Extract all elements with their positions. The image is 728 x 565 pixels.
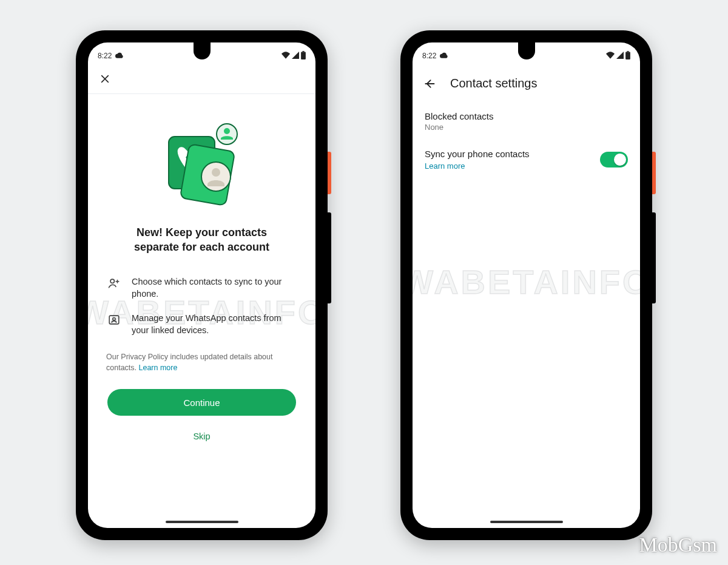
policy-learn-more-link[interactable]: Learn more bbox=[139, 364, 178, 372]
wifi-icon bbox=[281, 52, 290, 61]
status-time: 8:22 bbox=[98, 52, 112, 60]
svg-point-8 bbox=[110, 279, 114, 283]
appbar: Contact settings bbox=[413, 66, 640, 99]
toggle-knob bbox=[614, 154, 626, 166]
setting-value: None bbox=[425, 123, 628, 132]
learn-more-link[interactable]: Learn more bbox=[425, 161, 530, 171]
bullet-sync: Choose which contacts to sync to your ph… bbox=[104, 269, 300, 306]
battery-icon bbox=[301, 51, 306, 61]
wifi-icon bbox=[606, 52, 615, 61]
setting-label: Sync your phone contacts bbox=[425, 149, 530, 159]
power-button bbox=[652, 152, 656, 194]
phone-mockup-right: 8:22 bbox=[400, 30, 652, 540]
policy-text: Our Privacy Policy includes updated deta… bbox=[106, 353, 272, 372]
sync-toggle[interactable] bbox=[600, 152, 628, 167]
continue-button[interactable]: Continue bbox=[107, 389, 296, 416]
android-navbar bbox=[413, 513, 640, 528]
person-add-icon bbox=[107, 276, 121, 293]
svg-rect-12 bbox=[627, 51, 629, 52]
cloud-icon bbox=[115, 52, 124, 60]
svg-rect-0 bbox=[301, 52, 306, 59]
android-navbar bbox=[88, 513, 315, 528]
modal-topbar bbox=[88, 66, 315, 94]
signal-icon bbox=[292, 52, 299, 61]
phone-mockup-left: 8:22 bbox=[76, 30, 328, 540]
svg-point-10 bbox=[113, 318, 115, 320]
hero-illustration bbox=[104, 106, 300, 225]
cloud-icon bbox=[440, 52, 448, 60]
skip-button[interactable]: Skip bbox=[107, 423, 296, 450]
onboarding-title: New! Keep your contacts separate for eac… bbox=[104, 225, 300, 255]
onboarding-content: WABETAINFO bbox=[88, 94, 315, 513]
bullet-devices: Manage your WhatsApp contacts from your … bbox=[104, 306, 300, 343]
settings-list: Blocked contacts None Sync your phone co… bbox=[413, 99, 640, 183]
svg-rect-1 bbox=[302, 51, 304, 52]
volume-button bbox=[328, 212, 331, 303]
back-icon[interactable] bbox=[423, 78, 437, 90]
contact-card-icon bbox=[107, 312, 121, 329]
svg-point-7 bbox=[212, 168, 220, 177]
nav-handle[interactable] bbox=[166, 521, 238, 523]
status-time: 8:22 bbox=[422, 52, 436, 60]
close-icon[interactable] bbox=[98, 72, 112, 86]
setting-sync-contacts: Sync your phone contacts Learn more bbox=[425, 140, 628, 179]
signal-icon bbox=[616, 52, 624, 61]
nav-handle[interactable] bbox=[490, 521, 563, 523]
battery-icon bbox=[625, 51, 630, 61]
setting-label: Blocked contacts bbox=[425, 111, 628, 121]
bullet-text: Choose which contacts to sync to your ph… bbox=[132, 276, 296, 300]
privacy-policy-note: Our Privacy Policy includes updated deta… bbox=[104, 343, 300, 373]
volume-button bbox=[652, 212, 656, 303]
power-button bbox=[328, 152, 331, 194]
bullet-text: Manage your WhatsApp contacts from your … bbox=[132, 312, 296, 337]
svg-point-5 bbox=[224, 128, 230, 134]
watermark-center: WABETAINFO bbox=[413, 262, 640, 301]
svg-rect-11 bbox=[625, 52, 630, 59]
phone-notch bbox=[194, 42, 211, 59]
page-title: Contact settings bbox=[450, 76, 537, 90]
setting-blocked-contacts[interactable]: Blocked contacts None bbox=[425, 103, 628, 140]
phone-notch bbox=[518, 42, 535, 59]
